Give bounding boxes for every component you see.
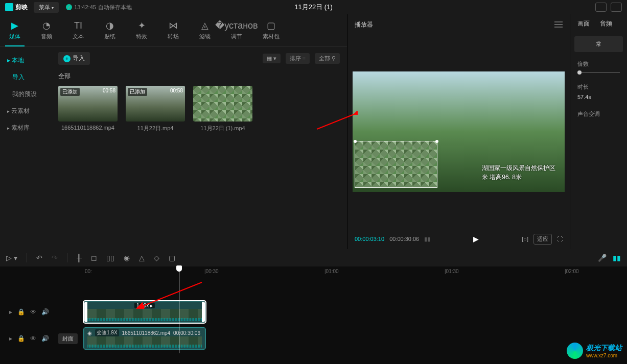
player-canvas[interactable]: ⟳ 湖国家一级风景自然保护区 米 塔高96. 8米: [353, 71, 565, 192]
thumb-filename: 1665110118862.mp4: [58, 125, 118, 131]
media-thumb[interactable]: 已添加 00:58 1665110118862.mp4: [58, 86, 118, 132]
timeline-clip[interactable]: ◉ 变速1.9X 1665110118862.mp4 00:00:30:06: [84, 328, 205, 349]
player-menu-icon[interactable]: [554, 21, 563, 28]
media-gallery: 已添加 00:58 1665110118862.mp4 已添加 00:58 11…: [58, 86, 340, 132]
thumb-duration: 00:58: [170, 88, 183, 93]
crop-button[interactable]: ▢: [169, 254, 175, 262]
track-toggle-icon[interactable]: ▸: [9, 308, 12, 316]
prop-tab-video[interactable]: 画面: [577, 19, 590, 28]
play-button[interactable]: ▶: [473, 235, 479, 243]
speed-slider[interactable]: [577, 72, 620, 73]
keyboard-icon[interactable]: [595, 3, 607, 12]
watermark: 极光下载站 www.xz7.com: [567, 343, 622, 359]
layout-icon[interactable]: [611, 3, 622, 12]
tab-sticker[interactable]: ◑贴纸: [100, 18, 120, 46]
plus-icon: +: [63, 55, 71, 62]
tab-filter[interactable]: ◬滤镜: [195, 18, 215, 46]
tab-effect[interactable]: ✦特效: [132, 18, 151, 46]
frame-icon[interactable]: [○]: [522, 236, 528, 242]
added-badge: 已添加: [60, 88, 80, 96]
sticker-icon: ◑: [105, 20, 115, 31]
svg-line-1: [317, 114, 355, 129]
eye-icon[interactable]: 👁: [30, 335, 36, 342]
speed-button[interactable]: ◉: [124, 254, 130, 262]
undo-button[interactable]: ↶: [36, 254, 42, 262]
cover-button[interactable]: 封面: [58, 333, 78, 344]
speed-badge-icon: ◉: [87, 330, 92, 336]
thumb-duration: 00:58: [103, 88, 115, 93]
clip-waveform: [87, 345, 202, 348]
autosave-status: ✓ 13:42:45 自动保存本地: [66, 4, 132, 11]
watermark-logo-icon: [567, 343, 583, 359]
track-toggle-icon[interactable]: ▸: [9, 335, 12, 342]
split-button[interactable]: ╫: [77, 254, 82, 262]
text-icon: TI: [73, 20, 83, 31]
app-logo: 剪映: [5, 3, 28, 12]
sidebar-cloud[interactable]: 云素材: [0, 103, 51, 119]
video-overlay-text: 湖国家一级风景自然保护区 米 塔高96. 8米: [482, 163, 555, 182]
current-time: 00:00:03:10: [355, 236, 384, 242]
effect-icon: ✦: [136, 20, 147, 31]
prop-tab-audio[interactable]: 音频: [600, 19, 612, 28]
added-badge: 已添加: [128, 88, 147, 96]
delete-right-button[interactable]: ▯▯: [106, 254, 114, 262]
media-icon: ▶: [10, 20, 20, 31]
tab-text[interactable]: TI文本: [68, 18, 88, 46]
auto-icon[interactable]: ▮▮: [613, 254, 621, 262]
eye-icon[interactable]: 👁: [30, 308, 36, 316]
fit-button[interactable]: 适应: [533, 234, 552, 245]
tab-media[interactable]: ▶媒体: [5, 18, 25, 46]
sort-button[interactable]: 排序 ≡: [286, 53, 310, 64]
prop-mode-normal[interactable]: 常: [574, 36, 623, 52]
fullscreen-icon[interactable]: ⛶: [557, 236, 563, 242]
compare-icon[interactable]: ▮▮: [424, 236, 430, 242]
import-button[interactable]: + 导入: [58, 52, 90, 65]
sidebar-local[interactable]: ▸ 本地: [0, 52, 51, 69]
media-thumb[interactable]: 11月22日 (1).mp4: [193, 86, 252, 132]
speed-label: 倍数: [577, 60, 620, 68]
clip-thumbnails: [87, 309, 202, 319]
speaker-icon[interactable]: 🔊: [41, 335, 49, 342]
sidebar-presets[interactable]: 我的预设: [0, 86, 51, 103]
lock-icon[interactable]: 🔒: [17, 308, 25, 316]
sidebar-library[interactable]: 素材库: [0, 119, 51, 136]
tab-transition[interactable]: ⋈转场: [164, 18, 183, 46]
annotation-arrow: [133, 280, 204, 310]
lock-icon[interactable]: 🔒: [17, 335, 25, 342]
filter-all-button[interactable]: 全部 ⚲: [315, 53, 340, 64]
media-thumb[interactable]: 已添加 00:58 11月22日.mp4: [126, 86, 185, 132]
mic-icon[interactable]: 🎤: [598, 254, 607, 262]
tool-tabs: ▶媒体 ◔音频 TI文本 ◑贴纸 ✦特效 ⋈转场 ◬滤镜 �установ调节 …: [0, 14, 347, 47]
total-time: 00:00:30:06: [389, 236, 419, 242]
speaker-icon[interactable]: 🔊: [41, 308, 49, 316]
delete-left-button[interactable]: ◻: [91, 254, 97, 262]
app-name: 剪映: [15, 3, 28, 12]
player-title: 播放器: [355, 20, 373, 29]
adjust-icon: �установ: [231, 20, 242, 31]
track-overlay: ▸ 🔒 👁 🔊 1.90x ▸: [0, 300, 627, 324]
audio-icon: ◔: [41, 20, 52, 31]
timeline-ruler[interactable]: 00: |00:30 |01:00 |01:30 |02:00: [82, 266, 627, 277]
redo-button[interactable]: ↷: [52, 254, 58, 262]
view-grid-button[interactable]: ▦ ▾: [263, 54, 281, 63]
duration-value: 57.4s: [577, 94, 620, 100]
timeline-toolbar: ▷ ▾ ↶ ↷ ╫ ◻ ▯▯ ◉ △ ◇ ▢ 🎤 ▮▮: [0, 249, 627, 266]
rotate-button[interactable]: ◇: [154, 254, 159, 262]
mirror-button[interactable]: △: [139, 254, 145, 262]
pitch-label: 声音变调: [577, 110, 620, 118]
annotation-arrow: [312, 111, 358, 132]
project-title: 11月22日 (1): [294, 3, 332, 12]
pip-selection[interactable]: [355, 141, 437, 188]
select-tool[interactable]: ▷ ▾: [6, 254, 17, 262]
duration-label: 时长: [577, 83, 620, 91]
pack-icon: ▢: [266, 20, 276, 31]
tab-audio[interactable]: ◔音频: [37, 18, 56, 46]
menu-button[interactable]: 菜单 ▾: [34, 2, 59, 13]
check-icon: ✓: [66, 4, 72, 10]
thumb-filename: 11月22日.mp4: [126, 125, 185, 132]
topbar: 剪映 菜单 ▾ ✓ 13:42:45 自动保存本地 11月22日 (1): [0, 0, 627, 14]
sidebar-import[interactable]: 导入: [0, 69, 51, 86]
tab-pack[interactable]: ▢素材包: [259, 18, 284, 46]
media-sidebar: ▸ 本地 导入 我的预设 云素材 素材库: [0, 47, 51, 249]
tab-adjust[interactable]: �установ调节: [227, 18, 246, 46]
